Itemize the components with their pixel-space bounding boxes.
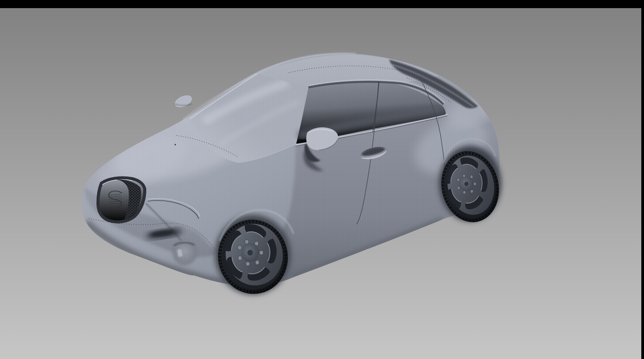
viewport-3d[interactable] [0,0,644,359]
window-right-border [641,0,644,359]
window-top-bar [0,0,644,8]
cad-application-window [0,0,644,359]
